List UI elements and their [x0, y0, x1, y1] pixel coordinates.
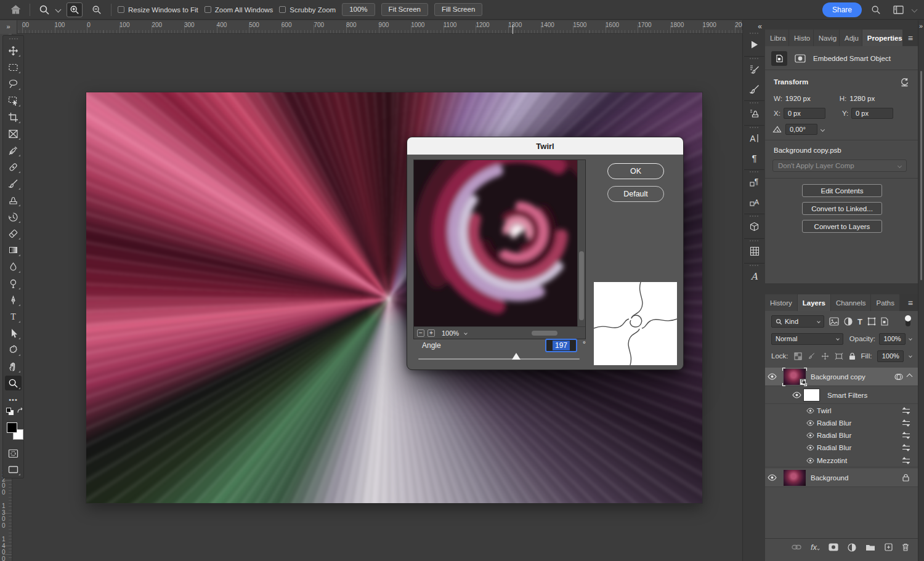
search-icon[interactable]	[868, 2, 884, 17]
smart-object-type-icon[interactable]	[771, 51, 787, 66]
opacity-input[interactable]: 100%	[879, 333, 906, 345]
object-selection-tool[interactable]	[5, 93, 22, 108]
layer-style-fx-icon[interactable]: fx	[811, 543, 819, 552]
fill-input[interactable]: 100%	[877, 350, 904, 362]
smart-filters-badge-icon[interactable]	[894, 373, 904, 381]
zoom-all-windows-checkbox[interactable]: Zoom All Windows	[205, 6, 274, 14]
tab-adjustments[interactable]: Adju	[840, 30, 862, 46]
tab-paths[interactable]: Paths	[871, 294, 899, 311]
dock-grip[interactable]	[750, 127, 758, 128]
visibility-eye-icon[interactable]	[803, 420, 817, 426]
preview-vertical-scrollbar[interactable]	[577, 160, 585, 326]
filter-row-twirl[interactable]: Twirl	[765, 405, 918, 417]
hand-tool[interactable]	[5, 359, 22, 374]
filter-smart-object-icon[interactable]	[881, 317, 888, 326]
gradient-tool[interactable]	[5, 243, 22, 257]
frame-tool[interactable]	[5, 126, 22, 141]
tab-history[interactable]: History	[765, 294, 797, 311]
new-group-icon[interactable]	[865, 544, 875, 551]
zoom-out-button[interactable]	[89, 2, 105, 17]
paragraph-styles-panel-button[interactable]: ¶	[743, 173, 766, 192]
adjustment-layer-icon[interactable]	[848, 543, 856, 552]
visibility-eye-icon[interactable]	[765, 373, 779, 380]
fill-screen-button[interactable]: Fill Screen	[434, 3, 482, 17]
layer-thumbnail[interactable]	[784, 369, 806, 385]
filter-kind-dropdown[interactable]: Kind	[771, 315, 824, 328]
filter-name[interactable]: Radial Blur	[817, 432, 851, 439]
marquee-tool[interactable]	[5, 60, 22, 75]
fit-screen-button[interactable]: Fit Screen	[381, 3, 428, 17]
layer-thumbnail[interactable]	[784, 470, 806, 486]
spot-healing-brush-tool[interactable]	[5, 159, 22, 174]
preview-zoom-value[interactable]: 100%	[442, 329, 459, 337]
smart-filters-row[interactable]: Smart Filters	[765, 387, 918, 404]
zoom-tool-selected[interactable]	[5, 376, 22, 390]
filter-toggle[interactable]	[904, 315, 912, 328]
mask-properties-icon[interactable]	[792, 51, 808, 66]
filter-blend-options-icon[interactable]	[902, 457, 910, 464]
quick-mask-button[interactable]	[5, 446, 22, 461]
angle-slider-track[interactable]	[418, 358, 580, 360]
workspace-chevron-icon[interactable]	[912, 7, 918, 13]
lock-pixels-icon[interactable]	[808, 352, 816, 360]
scrubby-zoom-checkbox[interactable]: Scrubby Zoom	[279, 6, 336, 14]
filter-name[interactable]: Mezzotint	[817, 457, 847, 464]
edit-contents-button[interactable]: Edit Contents	[802, 184, 882, 197]
rotation-chevron-icon[interactable]	[821, 127, 825, 131]
lock-transparent-icon[interactable]	[794, 352, 802, 360]
convert-to-layers-button[interactable]: Convert to Layers	[802, 220, 882, 233]
convert-to-linked-button[interactable]: Convert to Linked...	[802, 202, 882, 215]
panel-expand-corner[interactable]: »	[0, 20, 17, 34]
rotation-input[interactable]: 0,00°	[785, 124, 817, 135]
filter-image-icon[interactable]	[829, 317, 839, 326]
panel-menu-icon[interactable]: ≡	[903, 30, 918, 46]
history-brush-tool[interactable]	[5, 209, 22, 224]
expand-panels-icon[interactable]: »	[919, 22, 923, 30]
type-tool[interactable]: T	[5, 309, 22, 324]
lock-artboard-icon[interactable]	[835, 352, 843, 360]
patterns-panel-button[interactable]	[743, 242, 766, 260]
tab-properties[interactable]: Properties	[862, 30, 902, 46]
filter-row-radial-blur-2[interactable]: Radial Blur	[765, 429, 918, 442]
layer-name[interactable]: Background	[811, 474, 848, 482]
filter-name[interactable]: Twirl	[817, 407, 832, 414]
layer-lock-icon[interactable]	[902, 474, 909, 482]
collapse-filters-chevron-icon[interactable]	[907, 374, 913, 380]
screen-mode-button[interactable]	[5, 462, 22, 477]
foreground-color-swatch[interactable]	[7, 422, 17, 433]
fill-chevron-icon[interactable]	[909, 354, 912, 358]
clone-source-panel-button[interactable]	[743, 104, 766, 123]
filter-row-radial-blur-3[interactable]: Radial Blur	[765, 442, 918, 454]
preview-vscroll-thumb[interactable]	[579, 251, 584, 320]
layer-name[interactable]: Background copy	[811, 373, 865, 381]
eyedropper-tool[interactable]	[5, 143, 22, 158]
visibility-eye-icon[interactable]	[790, 392, 803, 398]
lock-all-icon[interactable]	[849, 352, 856, 360]
crop-tool[interactable]	[5, 110, 22, 124]
default-colors-icon[interactable]	[6, 408, 14, 415]
angle-slider-thumb[interactable]	[512, 353, 521, 360]
panel-menu-icon[interactable]: ≡	[903, 294, 918, 311]
tool-preset-chevron-icon[interactable]	[55, 7, 62, 13]
default-button[interactable]: Default	[607, 186, 664, 202]
dock-grip[interactable]	[750, 102, 758, 103]
opacity-chevron-icon[interactable]	[909, 337, 912, 341]
zoom-100-button[interactable]: 100%	[342, 3, 375, 17]
layer-row-background-copy[interactable]: Background copy	[765, 368, 918, 386]
glyphs-panel-button[interactable]: A	[743, 267, 766, 285]
clone-stamp-tool[interactable]	[5, 193, 22, 208]
custom-shape-tool[interactable]	[5, 342, 22, 357]
filter-blend-options-icon[interactable]	[902, 444, 910, 451]
dock-grip[interactable]	[750, 33, 758, 34]
filter-mask-thumbnail[interactable]	[803, 389, 820, 402]
dock-grip[interactable]	[750, 265, 758, 266]
lock-position-icon[interactable]	[821, 352, 829, 360]
filter-shape-icon[interactable]	[867, 317, 876, 326]
filter-blend-options-icon[interactable]	[902, 432, 910, 439]
paragraph-panel-button[interactable]: ¶	[743, 148, 766, 167]
filter-row-radial-blur-1[interactable]: Radial Blur	[765, 417, 918, 429]
home-button[interactable]	[7, 2, 23, 17]
add-mask-icon[interactable]	[829, 543, 838, 551]
blur-tool[interactable]	[5, 259, 22, 274]
x-input[interactable]: 0 px	[784, 108, 825, 119]
